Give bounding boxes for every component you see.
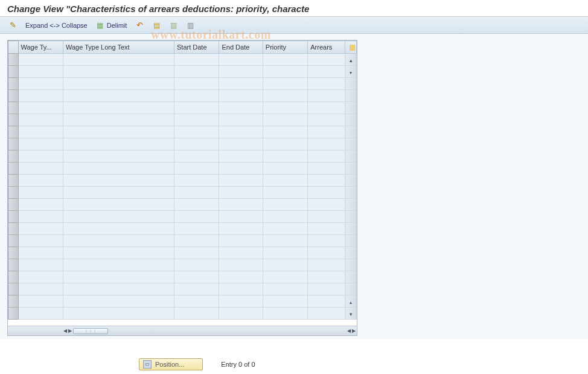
grid-cell[interactable] — [174, 259, 219, 271]
deselect-all-button[interactable] — [184, 21, 197, 30]
grid-cell[interactable] — [18, 163, 63, 175]
grid-cell[interactable] — [263, 283, 307, 295]
grid-cell[interactable] — [263, 102, 307, 114]
grid-cell[interactable] — [308, 308, 345, 320]
table-row[interactable] — [8, 259, 357, 271]
grid-cell[interactable] — [308, 283, 345, 295]
expand-collapse-button[interactable]: Expand <-> Collapse — [23, 21, 90, 30]
grid-cell[interactable] — [263, 259, 307, 271]
grid-cell[interactable] — [219, 78, 263, 90]
grid-cell[interactable] — [308, 259, 345, 271]
row-selector-cell[interactable] — [8, 235, 19, 247]
grid-cell[interactable] — [308, 187, 345, 199]
table-row[interactable]: ▾ — [8, 66, 357, 78]
grid-cell[interactable] — [308, 211, 345, 223]
horizontal-scrollbar[interactable]: ◀ ▶ ⋮⋮⋮ ◀ ▶ — [8, 326, 357, 335]
grid-cell[interactable] — [18, 187, 63, 199]
grid-cell[interactable] — [18, 199, 63, 211]
grid-cell[interactable] — [63, 283, 174, 295]
grid-cell[interactable] — [18, 283, 63, 295]
grid-cell[interactable] — [263, 163, 307, 175]
row-selector-cell[interactable] — [8, 259, 19, 271]
grid-cell[interactable] — [18, 114, 63, 126]
vertical-scrollbar-track[interactable] — [345, 175, 357, 187]
grid-cell[interactable] — [308, 126, 345, 138]
row-selector-cell[interactable] — [8, 283, 19, 295]
grid-cell[interactable] — [219, 295, 263, 308]
select-all-button[interactable] — [150, 21, 163, 30]
grid-cell[interactable] — [63, 223, 174, 235]
grid-cell[interactable] — [63, 126, 174, 138]
grid-cell[interactable] — [18, 90, 63, 102]
grid-cell[interactable] — [308, 163, 345, 175]
table-row[interactable] — [8, 114, 357, 126]
table-row[interactable] — [8, 271, 357, 283]
grid-cell[interactable] — [174, 199, 219, 211]
grid-cell[interactable] — [263, 66, 307, 78]
row-selector-cell[interactable] — [8, 114, 19, 126]
vertical-scrollbar-track[interactable] — [345, 150, 357, 163]
scroll-right-arrow-2[interactable]: ▶ — [352, 328, 356, 334]
grid-cell[interactable] — [18, 211, 63, 223]
position-button[interactable]: ▭ Position... — [139, 358, 203, 370]
grid-cell[interactable] — [174, 126, 219, 138]
grid-cell[interactable] — [18, 78, 63, 90]
table-row[interactable] — [8, 78, 357, 90]
grid-cell[interactable] — [63, 247, 174, 259]
table-row[interactable] — [8, 187, 357, 199]
row-selector-cell[interactable] — [8, 54, 19, 66]
scroll-left-arrow-2[interactable]: ◀ — [347, 328, 351, 334]
grid-cell[interactable] — [18, 259, 63, 271]
table-row[interactable] — [8, 211, 357, 223]
grid-cell[interactable] — [174, 308, 219, 320]
row-selector-cell[interactable] — [8, 187, 19, 199]
grid-cell[interactable] — [263, 90, 307, 102]
grid-cell[interactable] — [263, 114, 307, 126]
grid-cell[interactable] — [219, 271, 263, 283]
grid-cell[interactable] — [174, 235, 219, 247]
table-row[interactable]: ▴ — [8, 295, 357, 308]
grid-cell[interactable] — [219, 223, 263, 235]
grid-cell[interactable] — [174, 150, 219, 163]
grid-cell[interactable] — [263, 175, 307, 187]
col-header-wage-type-long-text[interactable]: Wage Type Long Text — [63, 41, 174, 54]
grid-cell[interactable] — [308, 54, 345, 66]
row-selector-cell[interactable] — [8, 223, 19, 235]
vertical-scrollbar[interactable]: ▴ — [345, 295, 357, 308]
grid-cell[interactable] — [308, 223, 345, 235]
row-selector-cell[interactable] — [8, 90, 19, 102]
grid-cell[interactable] — [263, 235, 307, 247]
grid-cell[interactable] — [219, 102, 263, 114]
row-selector-cell[interactable] — [8, 199, 19, 211]
col-header-priority[interactable]: Priority — [263, 41, 307, 54]
grid-cell[interactable] — [174, 138, 219, 150]
table-row[interactable] — [8, 223, 357, 235]
row-selector-cell[interactable] — [8, 150, 19, 163]
grid-cell[interactable] — [219, 163, 263, 175]
table-row[interactable] — [8, 283, 357, 295]
vertical-scrollbar-track[interactable] — [345, 163, 357, 175]
scroll-right-arrow[interactable]: ▶ — [68, 328, 72, 334]
grid-cell[interactable] — [308, 90, 345, 102]
grid-cell[interactable] — [63, 235, 174, 247]
grid-cell[interactable] — [308, 114, 345, 126]
vertical-scrollbar-track[interactable] — [345, 271, 357, 283]
vertical-scrollbar-track[interactable] — [345, 235, 357, 247]
grid-cell[interactable] — [219, 247, 263, 259]
vertical-scrollbar-track[interactable] — [345, 259, 357, 271]
table-row[interactable] — [8, 247, 357, 259]
grid-cell[interactable] — [308, 150, 345, 163]
grid-cell[interactable] — [308, 138, 345, 150]
grid-cell[interactable] — [263, 271, 307, 283]
grid-cell[interactable] — [63, 187, 174, 199]
grid-cell[interactable] — [174, 295, 219, 308]
grid-cell[interactable] — [174, 271, 219, 283]
grid-cell[interactable] — [308, 295, 345, 308]
grid-cell[interactable] — [18, 66, 63, 78]
table-row[interactable] — [8, 126, 357, 138]
grid-cell[interactable] — [63, 66, 174, 78]
grid-cell[interactable] — [219, 211, 263, 223]
grid-cell[interactable] — [63, 295, 174, 308]
row-selector-cell[interactable] — [8, 175, 19, 187]
table-settings-button[interactable] — [345, 41, 357, 54]
